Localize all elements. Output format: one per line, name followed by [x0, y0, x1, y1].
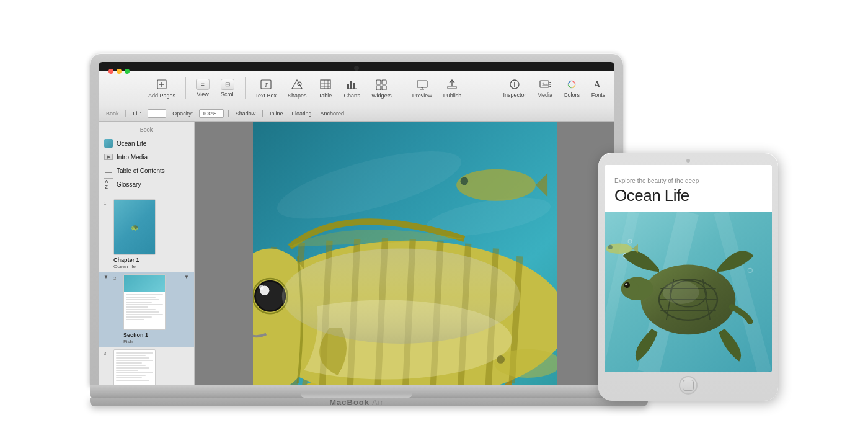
toolbar-media[interactable]: Media — [533, 76, 556, 99]
sidebar-item-toc[interactable]: Table of Contents — [99, 164, 194, 177]
inspector-label: Inspector — [503, 92, 526, 98]
ipad-screen: Explore the beauty of the deep Ocean Lif… — [604, 165, 772, 372]
widgets-icon — [374, 78, 389, 91]
chapter-1-label: Chapter 1 — [113, 257, 189, 263]
page-num-1: 1 — [104, 200, 110, 206]
svg-rect-14 — [353, 83, 355, 89]
sidebar-book-label: Book — [99, 125, 194, 136]
section-2-label: Fish — [123, 339, 179, 344]
ipad-body: Explore the beauty of the deep Ocean Lif… — [598, 153, 778, 401]
svg-point-67 — [281, 249, 519, 344]
intro-media-icon: ▶ — [104, 152, 113, 162]
pages-toolbar: Add Pages ≡ View ⊟ Scroll — [99, 71, 614, 105]
macbook-screen: Add Pages ≡ View ⊟ Scroll — [90, 53, 623, 385]
fonts-icon: A — [591, 78, 606, 91]
ipad-turtle-image — [604, 212, 772, 372]
toolbar-colors[interactable]: Colors — [560, 76, 583, 99]
toolbar-scroll[interactable]: ⊟ Scroll — [217, 78, 239, 99]
preview-icon — [415, 78, 430, 91]
svg-point-65 — [259, 285, 264, 290]
pages-app: Add Pages ≡ View ⊟ Scroll — [99, 71, 614, 385]
fonts-label: Fonts — [591, 92, 606, 98]
charts-icon — [345, 78, 360, 91]
glossary-icon: A-Z — [104, 179, 113, 189]
shapes-icon — [290, 78, 304, 91]
close-button[interactable] — [108, 69, 113, 74]
thumb-img-3 — [113, 349, 156, 385]
page-thumb-1[interactable]: 1 🐢 Chapter 1 Ocean l — [99, 197, 194, 272]
macbook-bottom — [90, 385, 623, 398]
ipad: Explore the beauty of the deep Ocean Lif… — [598, 153, 778, 401]
charts-label: Charts — [344, 92, 361, 99]
anchored-label[interactable]: Anchored — [317, 110, 347, 117]
toolbar-publish[interactable]: Publish — [440, 76, 466, 100]
svg-rect-19 — [382, 86, 386, 90]
sidebar-item-ocean-life[interactable]: Ocean Life — [99, 136, 194, 150]
toolbar-charts[interactable]: Charts — [340, 76, 365, 100]
table-label: Table — [319, 92, 332, 99]
page-info-1: Chapter 1 Ocean life — [113, 257, 189, 269]
media-label: Media — [537, 92, 552, 98]
ipad-title: Ocean Life — [614, 187, 762, 205]
svg-rect-24 — [448, 86, 456, 89]
svg-point-68 — [456, 169, 536, 201]
scroll-label: Scroll — [221, 91, 235, 97]
table-icon — [318, 78, 333, 91]
opacity-input[interactable]: 100% — [199, 109, 224, 118]
fill-color-swatch[interactable] — [148, 109, 166, 118]
sidebar-item-glossary[interactable]: A-Z Glossary — [99, 177, 194, 191]
colors-label: Colors — [564, 92, 580, 98]
svg-rect-16 — [376, 80, 381, 84]
traffic-lights — [104, 64, 135, 79]
floating-label[interactable]: Floating — [289, 110, 314, 117]
page-num-2: 2 — [113, 275, 120, 281]
toolbar-table[interactable]: Table — [314, 76, 337, 100]
maximize-button[interactable] — [125, 69, 130, 74]
ipad-camera — [686, 159, 690, 163]
svg-point-86 — [663, 280, 699, 304]
scene: Add Pages ≡ View ⊟ Scroll — [0, 0, 868, 438]
svg-rect-18 — [376, 86, 381, 90]
minimize-button[interactable] — [117, 69, 122, 74]
view-label: View — [197, 91, 208, 97]
page-thumb-3[interactable]: 3 — [99, 347, 194, 385]
toolbar-shapes[interactable]: Shapes — [284, 76, 311, 100]
colors-icon — [564, 78, 579, 91]
macbook-model: Air — [372, 398, 384, 407]
text-box-label: Text Box — [255, 92, 277, 99]
ipad-home-button[interactable] — [679, 376, 698, 395]
chapter-2-label: Section 1 — [123, 332, 179, 338]
svg-line-29 — [549, 82, 551, 83]
page-thumb-2[interactable]: ▼ 2 — [99, 272, 194, 347]
macbook-label: MacBook Air — [329, 398, 384, 407]
toc-label: Table of Contents — [117, 168, 165, 174]
svg-point-73 — [497, 355, 505, 364]
text-box-icon: T — [259, 78, 273, 91]
document-area — [195, 122, 614, 385]
inline-label[interactable]: Inline — [267, 110, 286, 117]
toolbar-widgets[interactable]: Widgets — [368, 76, 396, 100]
thumb-img-2 — [123, 274, 166, 330]
ocean-life-icon — [104, 138, 113, 148]
format-bar: Book | Fill: Opacity: 100% | Shadow | In… — [99, 105, 614, 122]
toolbar-fonts[interactable]: A Fonts — [587, 76, 609, 99]
opacity-label: Opacity: — [170, 110, 195, 117]
macbook-camera — [354, 66, 359, 71]
toolbar-preview[interactable]: Preview — [409, 76, 436, 100]
shadow-label[interactable]: Shadow — [233, 110, 259, 117]
widgets-label: Widgets — [371, 92, 392, 99]
sidebar-item-intro-media[interactable]: ▶ Intro Media — [99, 150, 194, 164]
svg-text:i: i — [514, 81, 516, 88]
toolbar-text-box[interactable]: T Text Box — [252, 76, 281, 100]
macbook-bezel: Add Pages ≡ View ⊟ Scroll — [99, 62, 614, 385]
view-icon: ≡ — [196, 79, 210, 90]
media-icon — [538, 78, 552, 91]
svg-rect-20 — [417, 81, 427, 87]
toolbar-inspector[interactable]: i Inspector — [499, 76, 529, 99]
divider-2 — [245, 77, 246, 99]
sidebar-divider — [104, 194, 189, 194]
toolbar-view[interactable]: ≡ View — [192, 78, 213, 99]
toolbar-add-pages[interactable]: Add Pages — [144, 76, 179, 100]
format-separator: | — [125, 110, 127, 117]
toc-icon — [104, 166, 113, 176]
